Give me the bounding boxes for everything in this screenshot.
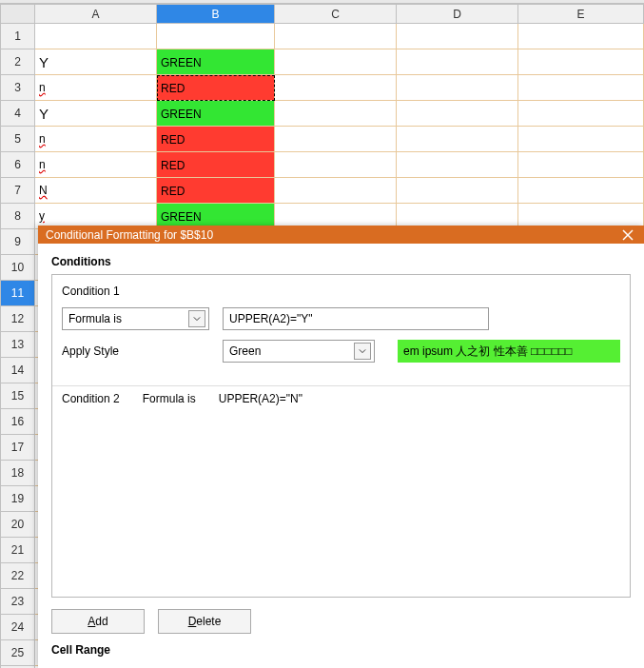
row-header-22[interactable]: 22 <box>1 563 35 589</box>
cell-E1[interactable] <box>518 24 644 49</box>
condition-1-title: Condition 1 <box>62 285 620 298</box>
condition-2[interactable]: Condition 2 Formula is UPPER(A2)="N" <box>52 385 630 411</box>
dialog-titlebar[interactable]: Conditional Formatting for $B$10 <box>38 226 644 244</box>
cell-C7[interactable] <box>275 178 397 204</box>
conditions-list: Condition 1 Formula is Apply Style Green… <box>51 274 631 598</box>
cell-A4[interactable]: Y <box>35 101 157 127</box>
cell-E5[interactable] <box>518 127 644 152</box>
row-header-6[interactable]: 6 <box>1 152 35 178</box>
conditions-heading: Conditions <box>51 255 631 268</box>
row-header-21[interactable]: 21 <box>1 538 35 563</box>
row-header-20[interactable]: 20 <box>1 512 35 538</box>
cell-B1[interactable] <box>157 24 275 49</box>
cell-D1[interactable] <box>397 24 518 49</box>
cell-A5[interactable]: n <box>35 127 157 152</box>
row-header-17[interactable]: 17 <box>1 435 35 461</box>
row-header-12[interactable]: 12 <box>1 306 35 332</box>
cell-C6[interactable] <box>275 152 397 178</box>
cell-A1[interactable] <box>35 24 157 49</box>
col-header-C[interactable]: C <box>275 5 397 24</box>
row-header-23[interactable]: 23 <box>1 589 35 615</box>
cell-A6[interactable]: n <box>35 152 157 178</box>
row-header-2[interactable]: 2 <box>1 49 35 75</box>
row-header-11[interactable]: 11 <box>1 281 35 306</box>
cell-E3[interactable] <box>518 75 644 101</box>
row-header-10[interactable]: 10 <box>1 255 35 281</box>
row-header-19[interactable]: 19 <box>1 486 35 512</box>
row-header-5[interactable]: 5 <box>1 127 35 152</box>
condition-type-select[interactable]: Formula is <box>62 307 209 330</box>
chevron-down-icon[interactable] <box>354 343 371 360</box>
condition-2-type: Formula is <box>143 392 196 405</box>
cell-A3[interactable]: n <box>35 75 157 101</box>
formula-input[interactable] <box>223 307 489 330</box>
condition-1[interactable]: Condition 1 Formula is Apply Style Green… <box>52 275 630 385</box>
chevron-down-icon[interactable] <box>188 310 205 327</box>
col-header-E[interactable]: E <box>518 5 644 24</box>
cell-range-heading: Cell Range <box>51 643 631 657</box>
cell-E2[interactable] <box>518 49 644 75</box>
col-header-B[interactable]: B <box>157 5 275 24</box>
cell-C4[interactable] <box>275 101 397 127</box>
cell-B3[interactable]: RED <box>157 75 275 101</box>
cell-D6[interactable] <box>397 152 518 178</box>
col-header-A[interactable]: A <box>35 5 157 24</box>
cell-E7[interactable] <box>518 178 644 204</box>
row-header-24[interactable]: 24 <box>1 615 35 640</box>
apply-style-label: Apply Style <box>62 344 209 358</box>
dialog-title: Conditional Formatting for $B$10 <box>46 228 619 242</box>
delete-button[interactable]: Delete <box>158 609 251 634</box>
cell-A7[interactable]: N <box>35 178 157 204</box>
row-header-16[interactable]: 16 <box>1 409 35 435</box>
style-select[interactable]: Green <box>223 340 375 363</box>
close-icon[interactable] <box>619 226 636 244</box>
conditional-formatting-dialog: Conditional Formatting for $B$10 Conditi… <box>38 226 644 668</box>
cell-C3[interactable] <box>275 75 397 101</box>
row-header-4[interactable]: 4 <box>1 101 35 127</box>
row-header-13[interactable]: 13 <box>1 332 35 358</box>
cell-D3[interactable] <box>397 75 518 101</box>
cell-A2[interactable]: Y <box>35 49 157 75</box>
cell-D7[interactable] <box>397 178 518 204</box>
condition-2-title: Condition 2 <box>62 392 120 405</box>
row-header-25[interactable]: 25 <box>1 640 35 666</box>
row-header-1[interactable]: 1 <box>1 24 35 49</box>
cell-B6[interactable]: RED <box>157 152 275 178</box>
cell-C1[interactable] <box>275 24 397 49</box>
cell-D5[interactable] <box>397 127 518 152</box>
row-header-18[interactable]: 18 <box>1 461 35 486</box>
style-preview: em ipsum 人之初 性本善 □□□□□□ <box>398 340 620 363</box>
row-header-9[interactable]: 9 <box>1 229 35 255</box>
cell-B7[interactable]: RED <box>157 178 275 204</box>
cell-B5[interactable]: RED <box>157 127 275 152</box>
select-all-corner[interactable] <box>1 5 35 24</box>
cell-D2[interactable] <box>397 49 518 75</box>
row-header-8[interactable]: 8 <box>1 204 35 229</box>
cell-D4[interactable] <box>397 101 518 127</box>
cell-C2[interactable] <box>275 49 397 75</box>
add-button[interactable]: Add <box>51 609 145 634</box>
col-header-D[interactable]: D <box>397 5 518 24</box>
cell-E4[interactable] <box>518 101 644 127</box>
condition-2-formula: UPPER(A2)="N" <box>219 392 302 405</box>
row-header-7[interactable]: 7 <box>1 178 35 204</box>
row-header-15[interactable]: 15 <box>1 383 35 409</box>
cell-C5[interactable] <box>275 127 397 152</box>
cell-E6[interactable] <box>518 152 644 178</box>
row-header-3[interactable]: 3 <box>1 75 35 101</box>
cell-B4[interactable]: GREEN <box>157 101 275 127</box>
cell-B2[interactable]: GREEN <box>157 49 275 75</box>
row-header-14[interactable]: 14 <box>1 358 35 383</box>
